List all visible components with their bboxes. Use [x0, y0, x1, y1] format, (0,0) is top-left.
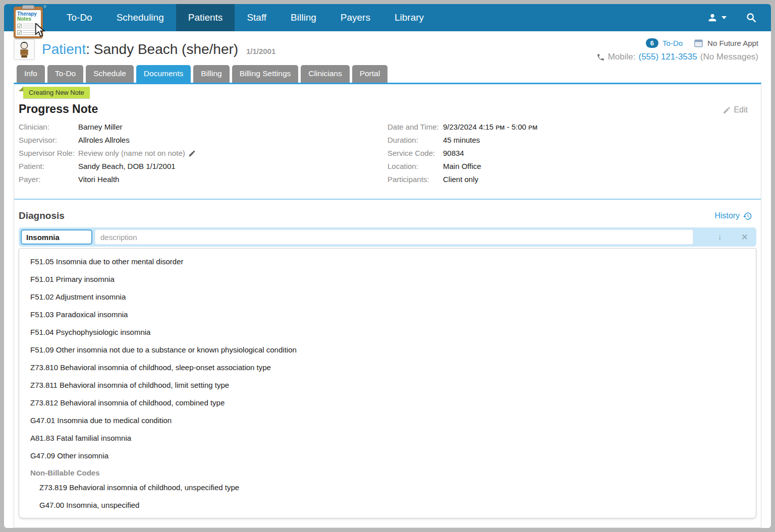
document-panel: Creating New Note Progress Note Edit Cli… [14, 83, 761, 528]
diagnosis-option[interactable]: F51.02 Adjustment insomnia [19, 288, 756, 306]
note-summary-fields: Clinician:Barney Miller Supervisor:Allro… [19, 123, 756, 189]
field-service-code: Service Code:90834 [388, 149, 756, 157]
search-icon [746, 12, 757, 23]
diagnosis-option[interactable]: G47.09 Other insomnia [19, 447, 756, 464]
diagnosis-option[interactable]: F51.03 Paradoxical insomnia [19, 306, 756, 323]
field-clinician: Clinician:Barney Miller [19, 123, 388, 131]
nav-item[interactable]: Library [382, 4, 436, 31]
page-title: Patient: Sandy Beach (she/her) 1/1/2001 [42, 41, 275, 57]
app-window: ® Therapy Notes ✓ ✓ To-DoSchedulingPatie… [4, 4, 771, 528]
tab[interactable]: Billing [193, 65, 229, 83]
patient-avatar [14, 39, 35, 60]
user-menu-button[interactable] [707, 12, 727, 23]
field-participants: Participants:Client only [388, 175, 756, 184]
diagnosis-option[interactable]: Z73.811 Behavioral insomnia of childhood… [19, 376, 756, 394]
billable-options: F51.05 Insomnia due to other mental diso… [19, 253, 756, 464]
nav-item[interactable]: Patients [176, 4, 235, 31]
diagnosis-option[interactable]: F51.05 Insomnia due to other mental diso… [19, 253, 756, 270]
diagnosis-option[interactable]: Z73.810 Behavioral insomnia of childhood… [19, 359, 756, 376]
patient-name: Sandy Beach (she/her) [94, 41, 238, 57]
diagnosis-suggestions-dropdown: F51.05 Insomnia due to other mental diso… [19, 248, 756, 518]
tab[interactable]: To-Do [47, 65, 83, 83]
creating-new-note-ribbon: Creating New Note [23, 87, 90, 98]
todo-count-badge[interactable]: 6 [646, 38, 658, 48]
field-supervisor: Supervisor:Allroles Allroles [19, 136, 388, 144]
pencil-slash-icon [188, 150, 196, 157]
diagnosis-option[interactable]: F51.01 Primary insomnia [19, 270, 756, 288]
field-supervisor-role: Supervisor Role: Review only (name not o… [19, 149, 388, 157]
chevron-down-icon [722, 16, 727, 19]
diagnosis-option[interactable]: F51.04 Psychophysiologic insomnia [19, 323, 756, 341]
nav-menu: To-DoSchedulingPatientsStaffBillingPayer… [54, 4, 436, 31]
phone-icon [596, 53, 605, 62]
tab[interactable]: Info [17, 65, 45, 83]
registered-mark: ® [43, 5, 46, 9]
non-billable-options: Z73.819 Behavioral insomnia of childhood… [19, 479, 756, 514]
patient-label: Patient [42, 41, 86, 57]
logo-text-notes: Notes [17, 17, 39, 22]
patient-tabs: InfoTo-DoScheduleDocumentsBillingBilling… [14, 65, 761, 83]
mobile-note: (No Messages) [700, 52, 758, 62]
tab[interactable]: Billing Settings [232, 65, 299, 83]
mouse-cursor-icon [35, 23, 47, 37]
note-title: Progress Note [19, 102, 756, 116]
section-divider [14, 199, 761, 200]
diagnosis-option[interactable]: G47.01 Insomnia due to medical condition [19, 411, 756, 429]
nav-item[interactable]: To-Do [54, 4, 104, 31]
edit-button[interactable]: Edit [723, 105, 748, 114]
clipboard-clip [22, 5, 34, 9]
nav-item[interactable]: Scheduling [104, 4, 176, 31]
diagnosis-entry-row: ↓ ✕ [19, 227, 756, 247]
patient-header: Patient: Sandy Beach (she/her) 1/1/2001 … [4, 31, 771, 63]
nav-item[interactable]: Staff [235, 4, 279, 31]
diagnosis-option[interactable]: A81.83 Fatal familial insomnia [19, 429, 756, 447]
field-payer: Payer:Vitori Health [19, 175, 388, 184]
pencil-icon [723, 106, 731, 114]
non-billable-codes-header: Non-Billable Codes [19, 464, 756, 479]
user-icon [707, 12, 718, 23]
diagnosis-option[interactable]: Z73.819 Behavioral insomnia of childhood… [19, 479, 756, 496]
diagnosis-option[interactable]: G47.00 Insomnia, unspecified [19, 496, 756, 514]
diagnosis-description-input[interactable] [95, 229, 693, 245]
down-arrow-icon[interactable]: ↓ [717, 232, 722, 242]
diagnosis-history-button[interactable]: History [714, 211, 752, 221]
todo-link[interactable]: To-Do [662, 39, 683, 47]
field-patient: Patient:Sandy Beach, DOB 1/1/2001 [19, 162, 388, 170]
nav-item[interactable]: Payers [328, 4, 382, 31]
patient-dob: 1/1/2001 [246, 47, 275, 55]
diagnosis-code-input[interactable] [21, 229, 92, 245]
mobile-number-link[interactable]: (555) 121-3535 [638, 52, 697, 62]
patient-tabs-bar: InfoTo-DoScheduleDocumentsBillingBilling… [4, 63, 771, 83]
diagnosis-option[interactable]: F51.09 Other insomnia not due to a subst… [19, 341, 756, 359]
nav-item[interactable]: Billing [279, 4, 328, 31]
field-location: Location:Main Office [388, 162, 756, 170]
tab[interactable]: Documents [136, 65, 191, 83]
close-icon[interactable]: ✕ [741, 232, 748, 243]
field-date-time: Date and Time:9/23/2024 4:15 ᴘᴍ - 5:00 ᴘ… [388, 123, 756, 131]
mobile-label: Mobile: [608, 52, 636, 62]
checkbox-icon: ✓ [17, 24, 22, 28]
calendar-icon [694, 38, 703, 48]
field-duration: Duration:45 minutes [388, 136, 756, 144]
therapynotes-logo[interactable]: ® Therapy Notes ✓ ✓ [14, 7, 43, 38]
top-navbar: ® Therapy Notes ✓ ✓ To-DoSchedulingPatie… [4, 4, 771, 31]
appt-status: No Future Appt [707, 39, 758, 47]
tab[interactable]: Clinicians [301, 65, 349, 83]
diagnosis-option[interactable]: Z73.812 Behavioral insomnia of childhood… [19, 394, 756, 411]
checkbox-icon: ✓ [17, 30, 22, 35]
history-clock-icon [743, 211, 752, 221]
tab[interactable]: Schedule [86, 65, 134, 83]
search-button[interactable] [746, 12, 757, 23]
diagnosis-section-title: Diagnosis [19, 210, 65, 221]
tab[interactable]: Portal [352, 65, 388, 83]
